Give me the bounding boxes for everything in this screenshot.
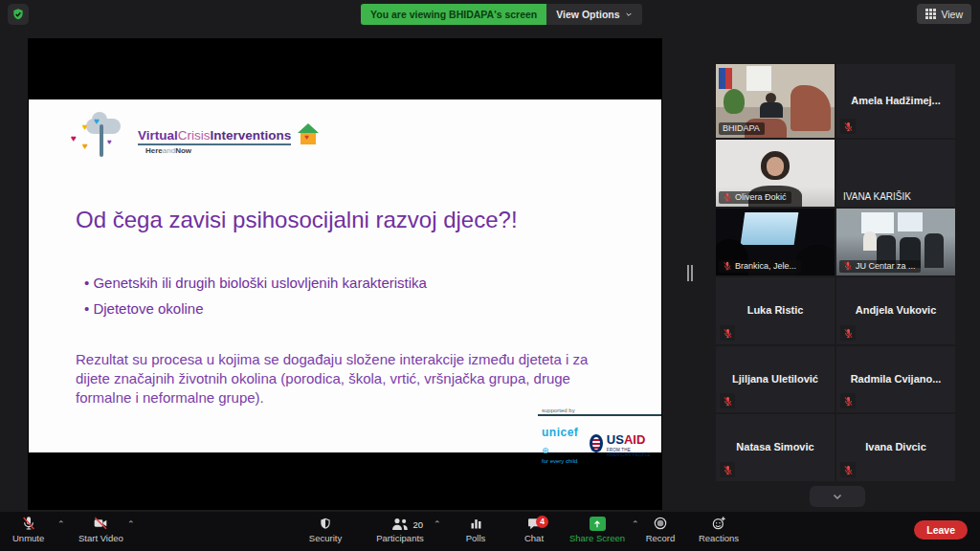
polls-icon [469,515,483,531]
share-screen-label: Share Screen [569,533,625,543]
reactions-smiley-icon [711,515,726,531]
record-label: Record [646,533,676,543]
video-tile-natasa[interactable]: Natasa Simovic [716,414,835,481]
video-tile-ju-centar[interactable]: JU Centar za ... [836,209,955,276]
hearts-tree-icon: ♥ ♥ ♥ ♥ ♥ [69,117,134,166]
share-screen-icon [590,515,606,531]
gallery-scroll-down-button[interactable] [810,486,865,507]
view-options-label: View Options [556,4,619,25]
logo-title: VirtualCrisisInterventions [138,128,291,145]
record-icon [653,515,668,531]
video-tile-andjela[interactable]: Andjela Vukovic [836,277,955,344]
participants-icon: 20 [390,515,410,531]
muted-mic-icon [720,462,735,477]
chat-unread-badge: 4 [536,516,548,528]
slide-bullet: Genetskih ili drugih biološki uslovljeni… [84,270,427,296]
participant-name-label: IVANA KARIŠIK [839,190,916,204]
muted-mic-icon [723,261,732,271]
presentation-slide: ♥ ♥ ♥ ♥ ♥ VirtualCrisisInterventions Her… [29,99,661,452]
unicef-globe-icon: ⊛ [542,446,549,455]
participant-name-label: JU Centar za ... [839,260,921,273]
usaid-logo: USAID FROM THE AMERICAN PEOPLE [590,430,656,457]
video-tile-radmila[interactable]: Radmila Cvijano... [836,346,955,412]
video-tile-olivera[interactable]: Olivera Đokić [716,140,835,207]
view-button[interactable]: View [917,4,971,24]
muted-mic-icon [840,462,856,477]
slide-bullet-list: Genetskih ili drugih biološki uslovljeni… [84,270,427,321]
muted-mic-icon [720,393,735,408]
participant-name-label: Radmila Cvijano... [836,373,955,385]
share-options-chevron[interactable]: ⌃ [632,519,639,529]
security-label: Security [309,533,342,543]
unmute-button[interactable]: Unmute [12,515,44,543]
muted-mic-icon [840,119,856,134]
shared-screen-area: ♥ ♥ ♥ ♥ ♥ VirtualCrisisInterventions Her… [28,38,662,510]
slide-title: Od čega zavisi psihosocijalni razvoj dje… [76,207,518,233]
camera-muted-icon [92,515,109,531]
chat-label: Chat [524,533,544,543]
video-options-chevron[interactable]: ⌃ [127,519,135,529]
participant-name-label: Natasa Simovic [716,441,835,452]
leave-button[interactable]: Leave [914,520,968,540]
muted-mic-icon [723,192,732,202]
logo-subtitle: HereandNow [145,146,291,155]
security-button[interactable]: Security [303,515,347,543]
supported-by-label: supported by [542,408,661,413]
unmute-label: Unmute [12,533,44,543]
gallery-grid-icon [925,9,936,19]
participant-name-label: BHIDAPA [719,122,765,135]
participants-options-chevron[interactable]: ⌃ [434,519,441,529]
muted-mic-icon [840,325,856,341]
participant-name-label: Ivana Divcic [836,441,955,452]
chat-icon: 4 [526,515,542,531]
participant-name-label: Brankica, Jele... [719,260,801,273]
vci-logo: ♥ ♥ ♥ ♥ ♥ VirtualCrisisInterventions Her… [69,117,320,166]
participant-name-label: Olivera Đokić [719,191,791,204]
video-tile-ivana-karisik[interactable]: IVANA KARIŠIK [836,140,955,207]
record-button[interactable]: Record [639,515,681,543]
video-tile-bhidapa[interactable]: BHIDAPA [716,64,835,138]
meeting-top-bar: You are viewing BHIDAPA's screen View Op… [0,0,980,29]
reactions-label: Reactions [699,533,739,543]
video-tile-ljiljana[interactable]: Ljiljana Uletilović [716,346,835,412]
participant-name-label: Amela Hadžimej... [836,95,955,106]
participant-name-label: Luka Ristic [716,304,835,316]
start-video-button[interactable]: Start Video [78,515,123,543]
reactions-button[interactable]: Reactions [695,515,743,543]
muted-mic-icon [720,325,735,341]
screen-share-banner-group: You are viewing BHIDAPA's screen View Op… [361,4,642,25]
participant-name-label: Ljiljana Uletilović [716,373,835,385]
slide-paragraph: Rezultat su procesa u kojima se događaju… [76,350,604,408]
view-button-label: View [941,9,963,20]
video-tile-brankica[interactable]: Brankica, Jele... [716,209,835,276]
participants-label: Participants [376,533,424,543]
start-video-label: Start Video [78,533,123,543]
chevron-down-icon [625,11,633,18]
audio-options-chevron[interactable]: ⌃ [57,519,65,529]
participants-count: 20 [412,519,423,530]
view-options-button[interactable]: View Options [546,4,641,25]
viewing-banner: You are viewing BHIDAPA's screen [361,4,546,25]
muted-mic-icon [843,261,853,271]
video-tile-ivana-divcic[interactable]: Ivana Divcic [836,414,955,481]
bhidapa-house-icon: ♥ [297,123,320,146]
usaid-emblem-icon [590,434,602,452]
panel-resize-handle[interactable] [687,265,693,281]
video-tile-luka[interactable]: Luka Ristic [716,277,835,344]
mic-muted-icon [21,515,36,531]
slide-footer: supported by unicef ⊛ for every child US… [538,408,661,464]
muted-mic-icon [840,393,856,408]
polls-button[interactable]: Polls [457,515,495,543]
chevron-down-icon [831,490,844,503]
participants-button[interactable]: 20 Participants [368,515,432,543]
participant-name-label: Andjela Vukovic [836,304,955,316]
video-tile-amela[interactable]: Amela Hadžimej... [836,64,955,138]
polls-label: Polls [466,533,486,543]
encryption-shield-icon[interactable] [8,4,29,25]
shield-icon [319,515,332,531]
slide-bullet: Djetetove okoline [84,296,427,321]
chat-button[interactable]: 4 Chat [517,515,551,543]
unicef-logo: unicef ⊛ for every child [542,423,578,464]
meeting-toolbar: Unmute ⌃ Start Video ⌃ Security 20 Parti… [0,512,980,551]
share-screen-button[interactable]: Share Screen [567,515,628,543]
